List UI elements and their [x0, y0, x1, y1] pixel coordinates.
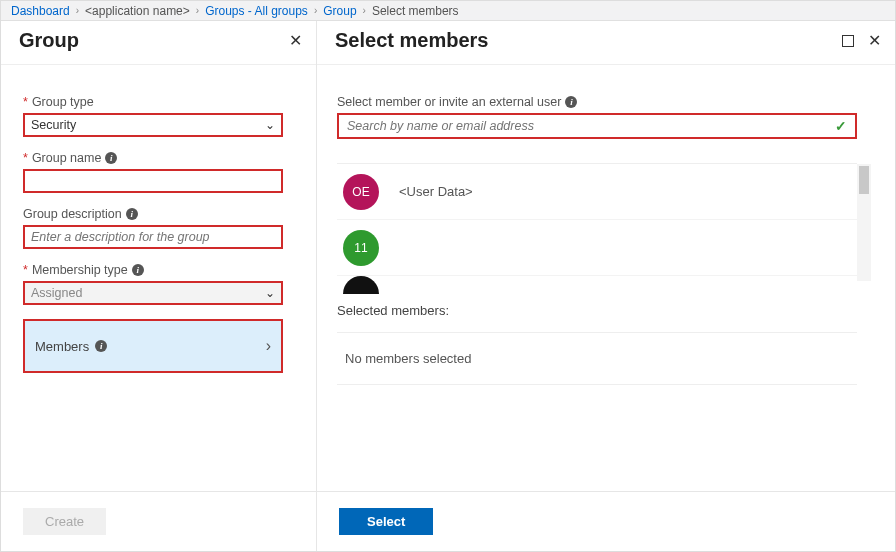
breadcrumb-groups[interactable]: Groups - All groups: [205, 4, 308, 18]
info-icon: i: [95, 340, 107, 352]
chevron-right-icon: ›: [196, 5, 199, 16]
avatar: OE: [343, 174, 379, 210]
selected-members-label: Selected members:: [337, 303, 857, 318]
maximize-icon[interactable]: [842, 35, 854, 47]
info-icon[interactable]: i: [126, 208, 138, 220]
chevron-right-icon: ›: [363, 5, 366, 16]
search-label: Select member or invite an external user…: [337, 95, 877, 109]
no-members-text: No members selected: [337, 332, 857, 385]
select-button[interactable]: Select: [339, 508, 433, 535]
group-name-label: *Group name i: [23, 151, 296, 165]
info-icon[interactable]: i: [132, 264, 144, 276]
chevron-right-icon: ›: [266, 337, 271, 355]
member-row[interactable]: [337, 276, 857, 294]
info-icon[interactable]: i: [565, 96, 577, 108]
group-type-label: *Group type: [23, 95, 296, 109]
info-icon[interactable]: i: [105, 152, 117, 164]
breadcrumb: Dashboard › <application name> › Groups …: [1, 1, 895, 21]
members-tile[interactable]: Members i ›: [23, 319, 283, 373]
check-icon: ✓: [835, 118, 847, 134]
membership-type-label: *Membership type i: [23, 263, 296, 277]
group-panel-title: Group: [19, 29, 79, 52]
breadcrumb-dashboard[interactable]: Dashboard: [11, 4, 70, 18]
select-members-title: Select members: [335, 29, 488, 52]
member-row[interactable]: 11: [337, 220, 857, 276]
member-row[interactable]: OE <User Data>: [337, 164, 857, 220]
scrollbar[interactable]: [857, 164, 871, 281]
close-icon[interactable]: ✕: [289, 31, 302, 50]
breadcrumb-group[interactable]: Group: [323, 4, 356, 18]
scrollbar-thumb[interactable]: [859, 166, 869, 194]
group-name-input[interactable]: [23, 169, 283, 193]
avatar: [343, 276, 379, 294]
membership-type-select[interactable]: Assigned ⌄: [23, 281, 283, 305]
group-description-input[interactable]: [23, 225, 283, 249]
chevron-right-icon: ›: [314, 5, 317, 16]
avatar: 11: [343, 230, 379, 266]
chevron-down-icon: ⌄: [265, 286, 275, 300]
member-list: OE <User Data> 11: [337, 163, 857, 281]
chevron-down-icon: ⌄: [265, 118, 275, 132]
group-type-select[interactable]: Security ⌄: [23, 113, 283, 137]
create-button[interactable]: Create: [23, 508, 106, 535]
select-members-panel: Select members ✕ Select member or invite…: [317, 21, 895, 551]
group-description-label: Group description i: [23, 207, 296, 221]
close-icon[interactable]: ✕: [868, 31, 881, 50]
chevron-right-icon: ›: [76, 5, 79, 16]
breadcrumb-current: Select members: [372, 4, 459, 18]
breadcrumb-application[interactable]: <application name>: [85, 4, 190, 18]
group-panel: Group ✕ *Group type Security ⌄ *Group na…: [1, 21, 317, 551]
member-search-input[interactable]: ✓: [337, 113, 857, 139]
member-name: <User Data>: [399, 184, 473, 199]
